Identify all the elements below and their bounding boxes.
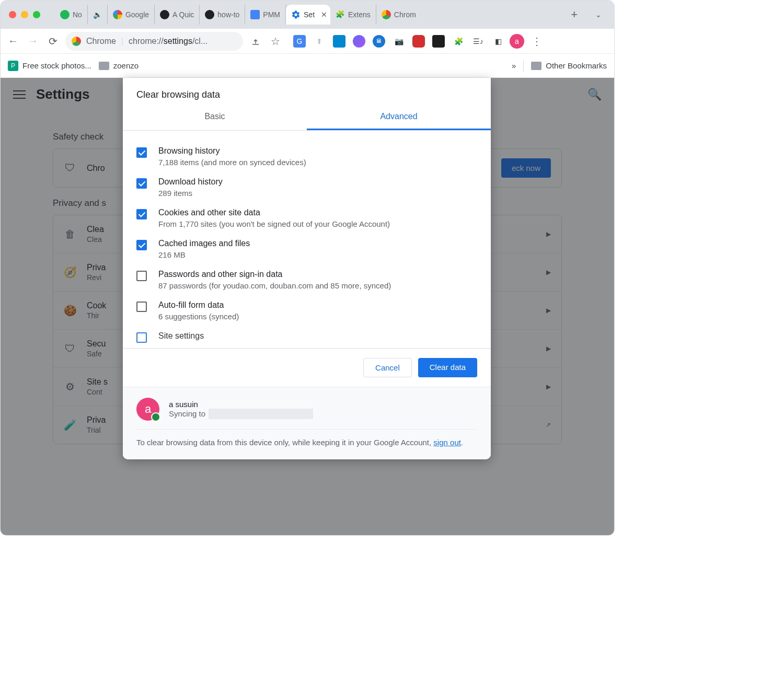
folder-icon — [531, 62, 541, 70]
share-button[interactable] — [248, 34, 263, 49]
user-avatar: a — [136, 398, 159, 421]
tab-howto[interactable]: how-to — [200, 5, 245, 25]
puzzle-icon: 🧩 — [336, 10, 345, 19]
bookmark-star-button[interactable]: ☆ — [268, 34, 283, 49]
browser-toolbar: ← → ⟳ Chrome | chrome://settings/cl... ☆… — [1, 29, 614, 54]
option-passwords[interactable]: Passwords and other sign-in data87 passw… — [136, 264, 477, 295]
minimize-window-button[interactable] — [21, 11, 28, 18]
tab-settings[interactable]: Set✕ — [286, 5, 330, 25]
tab-extensions[interactable]: 🧩Extens — [330, 5, 376, 25]
browser-tabs: No 🔈 Google A Quic how-to PMM Set✕ 🧩Exte… — [55, 1, 560, 29]
sync-account-row: a a susuin Syncing to — [136, 398, 477, 430]
tab-google[interactable]: Google — [108, 5, 155, 25]
chrome-logo-icon — [72, 37, 81, 46]
address-bar[interactable]: Chrome | chrome://settings/cl... — [65, 32, 243, 51]
option-download-history[interactable]: Download history289 items — [136, 172, 477, 203]
translate-icon[interactable]: G — [293, 35, 306, 48]
extension-icons: G ⬆ 🏛 📷 🧩 ☰♪ ◧ — [293, 35, 504, 48]
checkbox[interactable] — [136, 209, 147, 219]
option-browsing-history[interactable]: Browsing history7,188 items (and more on… — [136, 141, 477, 172]
tab-muted[interactable]: 🔈 — [88, 5, 108, 25]
docs-icon — [250, 10, 260, 19]
kebab-menu-button[interactable]: ⋮ — [529, 34, 544, 49]
tab-spotify[interactable]: No — [55, 5, 88, 25]
reload-button[interactable]: ⟳ — [45, 34, 60, 49]
sync-badge-icon — [151, 412, 160, 422]
redacted-email — [209, 409, 313, 419]
extensions-puzzle-icon[interactable]: 🧩 — [452, 35, 465, 48]
window-titlebar: No 🔈 Google A Quic how-to PMM Set✕ 🧩Exte… — [1, 1, 614, 29]
figma-icon[interactable] — [432, 35, 445, 48]
tab-chrome[interactable]: Chrom — [376, 5, 421, 25]
camera-icon[interactable]: 📷 — [393, 35, 405, 48]
side-panel-icon[interactable]: ◧ — [492, 35, 504, 48]
option-autofill[interactable]: Auto-fill form data6 suggestions (synced… — [136, 295, 477, 326]
tab-basic[interactable]: Basic — [123, 105, 307, 130]
ext-icon-1[interactable] — [333, 35, 345, 48]
checkbox[interactable] — [136, 302, 147, 312]
option-cache[interactable]: Cached images and files216 MB — [136, 234, 477, 264]
dialog-footer: a a susuin Syncing to To clear browsing … — [123, 387, 491, 459]
syncing-to-label: Syncing to — [169, 409, 313, 419]
signout-hint: To clear browsing data from this device … — [136, 430, 477, 449]
chrome-icon — [382, 10, 391, 19]
forward-button[interactable]: → — [26, 34, 40, 49]
tab-quick[interactable]: A Quic — [155, 5, 200, 25]
maximize-window-button[interactable] — [33, 11, 40, 18]
dialog-title: Clear browsing data — [123, 78, 491, 105]
site-icon — [205, 10, 214, 19]
user-name: a susuin — [169, 400, 313, 409]
tab-advanced[interactable]: Advanced — [307, 105, 491, 130]
dialog-tabs: Basic Advanced — [123, 105, 491, 131]
dialog-options: Browsing history7,188 items (and more on… — [123, 131, 491, 348]
checkbox[interactable] — [136, 240, 147, 250]
gear-icon — [291, 10, 301, 19]
checkbox[interactable] — [136, 178, 147, 189]
clear-data-button[interactable]: Clear data — [418, 358, 477, 377]
traffic-lights — [6, 11, 51, 18]
clear-browsing-data-dialog: Clear browsing data Basic Advanced Brows… — [123, 78, 491, 459]
site-icon — [160, 10, 169, 19]
page-content: Settings 🔍 Safety check 🛡 Chro eck now P… — [1, 78, 614, 535]
other-bookmarks-folder[interactable]: Other Bookmarks — [531, 61, 607, 70]
option-cookies[interactable]: Cookies and other site dataFrom 1,770 si… — [136, 203, 477, 234]
google-icon — [113, 10, 122, 19]
pexels-icon: P — [8, 61, 18, 71]
new-tab-button[interactable]: + — [564, 8, 584, 21]
ext-icon-4[interactable] — [412, 35, 425, 48]
speaker-icon: 🔈 — [93, 10, 102, 19]
sign-out-link[interactable]: sign out — [433, 438, 461, 447]
cancel-button[interactable]: Cancel — [363, 358, 412, 377]
bookmarks-overflow[interactable]: » — [512, 61, 516, 70]
spotify-icon — [60, 10, 70, 19]
upload-icon[interactable]: ⬆ — [313, 35, 326, 48]
folder-icon — [99, 62, 109, 70]
bookmark-pexels[interactable]: PFree stock photos... — [8, 61, 91, 71]
ext-icon-3[interactable]: 🏛 — [373, 35, 385, 48]
close-window-button[interactable] — [9, 11, 16, 18]
reading-list-icon[interactable]: ☰♪ — [472, 35, 485, 48]
url-text: chrome://settings/cl... — [129, 37, 207, 46]
tab-dropdown-button[interactable]: ⌄ — [588, 10, 609, 19]
profile-avatar-button[interactable]: a — [510, 34, 524, 49]
dialog-actions: Cancel Clear data — [123, 348, 491, 387]
checkbox[interactable] — [136, 147, 147, 158]
option-site-settings[interactable]: Site settings — [136, 326, 477, 348]
tab-pmm[interactable]: PMM — [245, 5, 286, 25]
ext-icon-2[interactable] — [353, 35, 365, 48]
checkbox[interactable] — [136, 271, 147, 281]
bookmark-folder-zoenzo[interactable]: zoenzo — [99, 61, 139, 70]
close-tab-icon[interactable]: ✕ — [321, 10, 327, 19]
bookmarks-bar: PFree stock photos... zoenzo » Other Boo… — [1, 54, 614, 78]
back-button[interactable]: ← — [6, 34, 20, 49]
checkbox[interactable] — [136, 332, 147, 343]
